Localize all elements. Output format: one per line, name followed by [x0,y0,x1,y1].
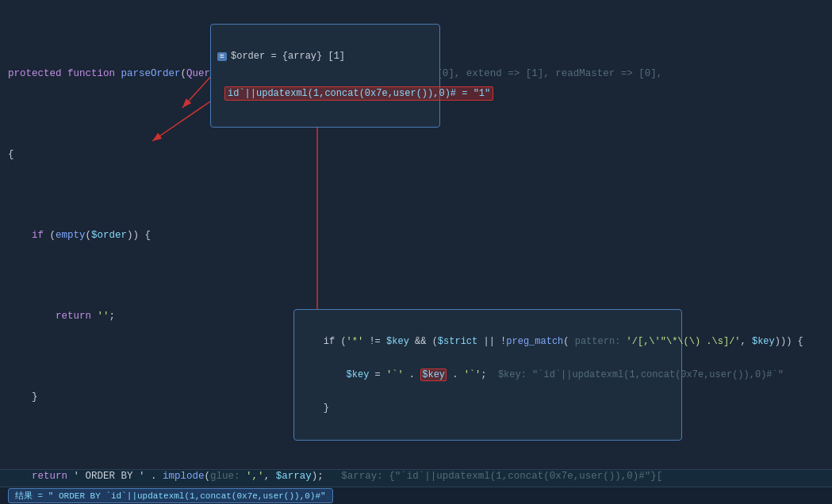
tooltip-order-row-text: id`||updatexml(1,concat(0x7e,user()),0)#… [224,86,493,101]
tooltip-preg-line1: if ('*' != $key && ($strict || !preg_mat… [301,336,675,347]
code-line-2: { [8,146,832,163]
kw-function: function [67,66,115,82]
fn-parseorder: parseOrder [121,66,181,82]
kw-protected: protected [8,66,62,82]
bottom-bar: 结果 = " ORDER BY `id`||updatexml(1,concat… [0,487,832,504]
tooltip-preg: if ('*' != $key && ($strict || !preg_mat… [293,309,682,441]
sp [115,66,121,82]
tooltip-order-text: $order = {array} [1] [231,51,345,62]
code-line-3: if (empty($order)) { [8,227,832,244]
sp [62,66,68,82]
tooltip-order-title: ≡ $order = {array} [1] [217,51,433,62]
tooltip-preg-line3: } [301,403,675,414]
tooltip-order-row: id`||updatexml(1,concat(0x7e,user()),0)#… [217,86,433,101]
result-badge: 结果 = " ORDER BY `id`||updatexml(1,concat… [8,488,333,503]
punct: ( [181,66,187,82]
array-icon: ≡ [217,52,227,61]
return-line: return ' ORDER BY ' . implode(glue: ',',… [0,469,832,487]
tooltip-order: ≡ $order = {array} [1] id`||updatexml(1,… [210,24,440,128]
code-area: protected function parseOrder(Query $que… [0,0,832,504]
tooltip-preg-line2: $key = '`' . $key . '`'; $key: "`id`||up… [301,369,675,380]
